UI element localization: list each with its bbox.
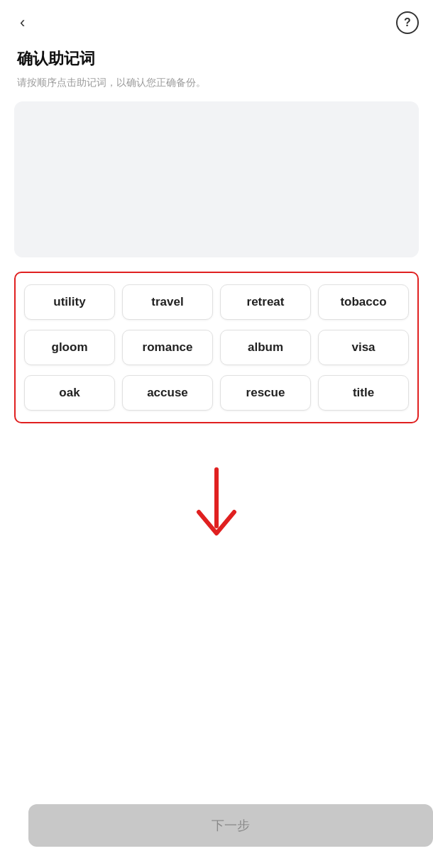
word-chip-rescue[interactable]: rescue [220,375,311,411]
page-title: 确认助记词 [17,48,416,69]
help-button[interactable]: ? [396,11,419,34]
word-chip-tobacco[interactable]: tobacco [318,284,409,320]
word-chip-romance[interactable]: romance [122,330,213,365]
down-arrow-icon [188,466,245,551]
word-chip-title[interactable]: title [318,375,409,411]
word-chip-utility[interactable]: utility [24,284,115,320]
word-grid: utilitytravelretreattobaccogloomromancea… [24,284,409,411]
page-subtitle: 请按顺序点击助记词，以确认您正确备份。 [17,75,416,90]
word-chip-travel[interactable]: travel [122,284,213,320]
word-chip-visa[interactable]: visa [318,330,409,365]
word-display-area [14,101,419,257]
word-chip-gloom[interactable]: gloom [24,330,115,365]
word-chip-retreat[interactable]: retreat [220,284,311,320]
word-chip-oak[interactable]: oak [24,375,115,411]
word-chip-album[interactable]: album [220,330,311,365]
top-nav: ‹ ? [0,0,433,40]
word-chip-accuse[interactable]: accuse [122,375,213,411]
word-grid-container: utilitytravelretreattobaccogloomromancea… [14,272,419,423]
back-button[interactable]: ‹ [14,12,31,33]
page-header: 确认助记词 请按顺序点击助记词，以确认您正确备份。 [0,40,433,101]
next-button[interactable]: 下一步 [28,804,433,847]
arrow-section [0,438,433,565]
